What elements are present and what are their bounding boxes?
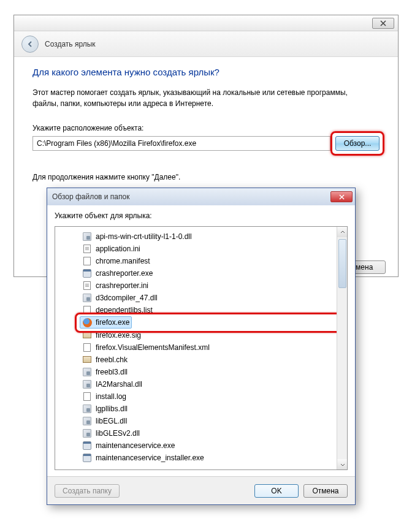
file-item[interactable]: firefox.exe.sig (80, 329, 347, 341)
file-item[interactable]: libGLESv2.dll (80, 427, 347, 439)
scroll-thumb[interactable] (338, 239, 346, 288)
dll-icon (82, 404, 92, 414)
browse-footer: Создать папку OK Отмена (47, 476, 355, 504)
sig-icon (82, 330, 92, 340)
file-name: chrome.manifest (96, 257, 150, 265)
browse-dialog-title: Обзор файлов и папок (52, 192, 129, 201)
file-list: api-ms-win-crt-utility-l1-1-0.dllapplica… (55, 226, 348, 470)
firefox-icon (82, 317, 92, 327)
exe-icon (82, 268, 92, 278)
dll-icon (82, 379, 92, 389)
wizard-header: Создать ярлык (14, 31, 398, 57)
dialog-actions: OK Отмена (254, 484, 348, 498)
dll-icon (82, 416, 92, 426)
dll-icon (82, 293, 92, 303)
file-name: libGLESv2.dll (96, 429, 140, 438)
location-row: Обзор... (32, 136, 380, 151)
man-icon (82, 256, 92, 266)
file-name: install.log (96, 392, 126, 401)
exe-icon (82, 453, 92, 463)
file-name: maintenanceservice.exe (96, 441, 175, 450)
browse-titlebar: Обзор файлов и папок (47, 188, 355, 205)
sig-icon (82, 355, 92, 365)
file-name: firefox.exe (96, 318, 129, 327)
file-item[interactable]: freebl3.dll (80, 366, 347, 378)
xml-icon (82, 343, 92, 352)
location-input[interactable] (32, 136, 330, 151)
file-item[interactable]: maintenanceservice_installer.exe (80, 452, 347, 464)
browse-body: Укажите объект для ярлыка: api-ms-win-cr… (47, 205, 355, 470)
file-name: IA2Marshal.dll (96, 380, 142, 389)
file-item[interactable]: firefox.VisualElementsManifest.xml (80, 341, 347, 354)
txt-icon (82, 392, 92, 401)
ok-button[interactable]: OK (254, 484, 299, 498)
window-close-button[interactable] (372, 18, 394, 29)
wizard-title: Создать ярлык (45, 40, 96, 48)
file-name: firefox.exe.sig (96, 331, 141, 340)
browse-dialog: Обзор файлов и папок Укажите объект для … (47, 188, 356, 505)
browse-button[interactable]: Обзор... (335, 136, 380, 151)
ini-icon (82, 244, 92, 254)
file-name: maintenanceservice_installer.exe (96, 454, 204, 462)
close-icon (339, 194, 345, 200)
browse-button-wrap: Обзор... (335, 136, 380, 151)
create-folder-button[interactable]: Создать папку (55, 484, 120, 498)
chevron-down-icon (340, 462, 345, 467)
dll-icon (82, 428, 92, 438)
browse-close-button[interactable] (330, 191, 353, 202)
file-name: application.ini (96, 245, 140, 253)
file-item[interactable]: application.ini (80, 243, 347, 255)
window-titlebar (14, 15, 398, 31)
back-button[interactable] (21, 36, 39, 53)
file-item[interactable]: chrome.manifest (80, 255, 347, 267)
file-name: crashreporter.ini (96, 281, 148, 290)
file-name: dependentlibs.list (96, 306, 153, 314)
file-item[interactable]: IA2Marshal.dll (80, 378, 347, 390)
file-name: lgpllibs.dll (96, 405, 128, 413)
arrow-left-icon (26, 40, 34, 48)
file-name: freebl.chk (96, 355, 128, 364)
file-name: crashreporter.exe (96, 269, 153, 278)
file-item[interactable]: maintenanceservice.exe (80, 439, 347, 452)
file-name: freebl3.dll (96, 368, 128, 376)
file-item[interactable]: firefox.exe (80, 316, 132, 329)
file-name: libEGL.dll (96, 417, 127, 425)
wizard-heading: Для какого элемента нужно создать ярлык? (32, 67, 380, 77)
chevron-up-icon (340, 230, 345, 235)
file-item[interactable]: install.log (80, 390, 347, 403)
file-item[interactable]: d3dcompiler_47.dll (80, 292, 347, 304)
wizard-body: Для какого элемента нужно создать ярлык?… (14, 57, 398, 196)
file-item[interactable]: dependentlibs.list (80, 304, 347, 316)
file-name: firefox.VisualElementsManifest.xml (96, 343, 210, 352)
close-icon (380, 20, 386, 26)
file-item[interactable]: libEGL.dll (80, 415, 347, 427)
file-item[interactable]: lgpllibs.dll (80, 403, 347, 415)
file-name: d3dcompiler_47.dll (96, 294, 158, 302)
browse-instruction: Укажите объект для ярлыка: (55, 211, 348, 220)
txt-icon (82, 305, 92, 315)
wizard-description-line1: Этот мастер помогает создать ярлык, указ… (32, 88, 380, 97)
browse-cancel-button[interactable]: Отмена (303, 484, 348, 498)
ini-icon (82, 281, 92, 291)
location-label: Укажите расположение объекта: (32, 124, 380, 132)
exe-icon (82, 441, 92, 450)
dll-icon (82, 367, 92, 377)
file-item[interactable]: api-ms-win-crt-utility-l1-1-0.dll (80, 230, 347, 243)
file-item[interactable]: crashreporter.exe (80, 267, 347, 279)
dll-icon (82, 232, 92, 241)
file-item[interactable]: freebl.chk (80, 354, 347, 366)
continue-hint: Для продолжения нажмите кнопку "Далее". (32, 173, 380, 181)
wizard-description-line2: файлы, папки, компьютеры или адреса в Ин… (32, 99, 380, 108)
scroll-up-button[interactable] (337, 227, 348, 237)
scroll-down-button[interactable] (337, 459, 348, 469)
file-name: api-ms-win-crt-utility-l1-1-0.dll (96, 232, 192, 241)
scrollbar[interactable] (337, 227, 347, 469)
file-item[interactable]: crashreporter.ini (80, 279, 347, 292)
